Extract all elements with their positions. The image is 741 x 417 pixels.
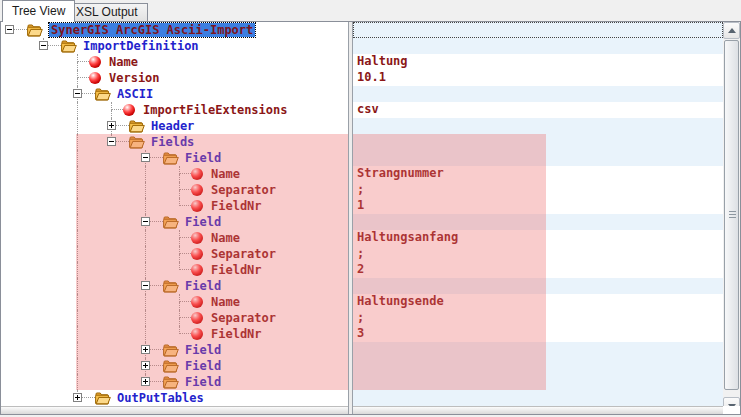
tree-row[interactable]: ASCII: [1, 86, 348, 102]
tree-node-label[interactable]: FieldNr: [211, 199, 262, 213]
tree-node-label[interactable]: OutPutTables: [117, 391, 204, 405]
tree-row[interactable]: Field: [1, 374, 348, 390]
value-row[interactable]: 1: [353, 198, 723, 214]
panel-splitter[interactable]: [348, 22, 353, 414]
plus-box-icon[interactable]: [107, 121, 116, 130]
value-row[interactable]: 2: [353, 262, 723, 278]
tree-node-label[interactable]: Field: [185, 343, 221, 357]
tree-row[interactable]: Name: [1, 230, 348, 246]
tree-guide-line: [179, 205, 191, 206]
tree-row[interactable]: Field: [1, 150, 348, 166]
scroll-up-button[interactable]: [723, 22, 740, 39]
tree-row[interactable]: Fields: [1, 134, 348, 150]
tree-row[interactable]: Name: [1, 166, 348, 182]
minus-box-icon[interactable]: [39, 41, 48, 50]
value-row[interactable]: [353, 278, 723, 294]
folder-icon: [163, 215, 179, 228]
tree-node-label[interactable]: Separator: [211, 183, 276, 197]
tree-guide-line: [179, 174, 180, 182]
minus-box-icon[interactable]: [141, 281, 150, 290]
scroll-down-button[interactable]: [723, 397, 740, 406]
tree-node-label[interactable]: ImportFileExtensions: [143, 103, 288, 117]
tree-guide-line: [77, 230, 78, 246]
plus-box-icon[interactable]: [141, 361, 150, 370]
value-row[interactable]: [353, 134, 723, 150]
value-row[interactable]: [353, 150, 723, 166]
tree-node-label[interactable]: Header: [151, 119, 194, 133]
value-row[interactable]: [353, 38, 723, 54]
tree-guide-line: [77, 310, 78, 326]
value-row[interactable]: ;: [353, 182, 723, 198]
tree-row[interactable]: OutPutTables: [1, 390, 348, 406]
tree-node-label[interactable]: Separator: [211, 311, 276, 325]
plus-box-icon[interactable]: [73, 393, 82, 402]
scrollbar-thumb[interactable]: [724, 40, 739, 390]
value-row[interactable]: [353, 86, 723, 102]
value-row[interactable]: Strangnummer: [353, 166, 723, 182]
value-row[interactable]: [353, 342, 723, 358]
tree-node-label[interactable]: Name: [211, 167, 240, 181]
vertical-scrollbar[interactable]: [723, 22, 740, 406]
tree-guide-line: [77, 77, 89, 78]
tree-row[interactable]: Name: [1, 294, 348, 310]
tree-node-label[interactable]: Field: [185, 215, 221, 229]
tree-node-label[interactable]: ImportDefinition: [83, 39, 199, 53]
tree-node-label[interactable]: Name: [211, 231, 240, 245]
tree-node-label[interactable]: Field: [185, 279, 221, 293]
tree-node-label[interactable]: Field: [185, 151, 221, 165]
value-row[interactable]: Haltungsanfang: [353, 230, 723, 246]
tree-row[interactable]: SynerGIS ArcGIS Ascii-Import: [1, 22, 348, 38]
red-ball-icon: [191, 264, 203, 276]
tree-row[interactable]: Separator: [1, 310, 348, 326]
value-row[interactable]: ;: [353, 310, 723, 326]
value-row[interactable]: [353, 22, 723, 38]
minus-box-icon[interactable]: [107, 137, 116, 146]
tree-node-label[interactable]: ASCII: [117, 87, 153, 101]
tree-row[interactable]: FieldNr: [1, 198, 348, 214]
tree-node-label[interactable]: Fields: [151, 135, 194, 149]
tree-row[interactable]: Version: [1, 70, 348, 86]
tree-row[interactable]: Name: [1, 54, 348, 70]
tree-row[interactable]: Field: [1, 342, 348, 358]
tree-row[interactable]: FieldNr: [1, 262, 348, 278]
minus-box-icon[interactable]: [73, 89, 82, 98]
value-row[interactable]: 3: [353, 326, 723, 342]
value-row[interactable]: Haltung: [353, 54, 723, 70]
value-row[interactable]: [353, 390, 723, 406]
tree-guide-line: [179, 333, 191, 334]
value-row[interactable]: 10.1: [353, 70, 723, 86]
tree-guide-line: [179, 317, 191, 318]
tree-node-label[interactable]: Field: [185, 359, 221, 373]
tree-node-label[interactable]: Separator: [211, 247, 276, 261]
plus-box-icon[interactable]: [141, 377, 150, 386]
tree-node-label[interactable]: FieldNr: [211, 327, 262, 341]
tree-row[interactable]: Field: [1, 214, 348, 230]
value-row[interactable]: [353, 374, 723, 390]
minus-box-icon[interactable]: [141, 217, 150, 226]
minus-box-icon[interactable]: [5, 25, 14, 34]
tree-row[interactable]: Field: [1, 278, 348, 294]
value-row[interactable]: csv: [353, 102, 723, 118]
tree-node-label[interactable]: Name: [211, 295, 240, 309]
tree-node-label[interactable]: Field: [185, 375, 221, 389]
tree-node-label[interactable]: SynerGIS ArcGIS Ascii-Import: [49, 23, 255, 37]
value-row[interactable]: [353, 358, 723, 374]
tree-node-label[interactable]: FieldNr: [211, 263, 262, 277]
tab-tree-view[interactable]: Tree View: [2, 0, 75, 22]
tree-row[interactable]: Separator: [1, 246, 348, 262]
tree-row[interactable]: ImportFileExtensions: [1, 102, 348, 118]
value-row[interactable]: ;: [353, 246, 723, 262]
tab-xsl-output[interactable]: XSL Output: [66, 3, 148, 21]
minus-box-icon[interactable]: [141, 153, 150, 162]
tree-row[interactable]: ImportDefinition: [1, 38, 348, 54]
value-row[interactable]: Haltungsende: [353, 294, 723, 310]
value-row[interactable]: [353, 118, 723, 134]
tree-row[interactable]: Header: [1, 118, 348, 134]
tree-row[interactable]: FieldNr: [1, 326, 348, 342]
value-row[interactable]: [353, 214, 723, 230]
tree-node-label[interactable]: Version: [109, 71, 160, 85]
tree-node-label[interactable]: Name: [109, 55, 138, 69]
tree-row[interactable]: Field: [1, 358, 348, 374]
tree-row[interactable]: Separator: [1, 182, 348, 198]
plus-box-icon[interactable]: [141, 345, 150, 354]
